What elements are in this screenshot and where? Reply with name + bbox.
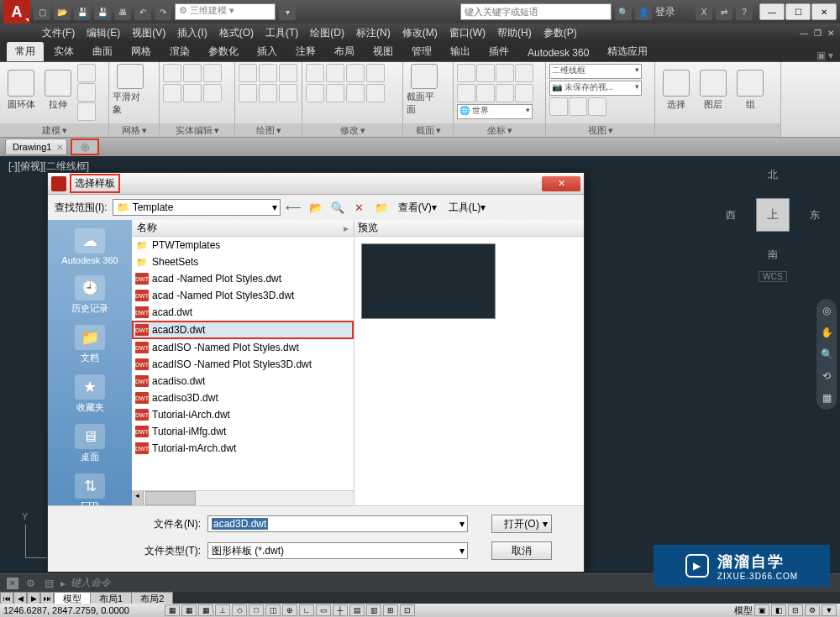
group-button[interactable]: 组 <box>732 64 768 116</box>
modify-tool-icon[interactable] <box>326 64 344 82</box>
status-tray-icon[interactable]: ▼ <box>822 604 837 616</box>
column-header-name[interactable]: 名称 <box>132 220 354 237</box>
draw-tool-icon[interactable] <box>239 64 257 82</box>
draw-tool-icon[interactable] <box>259 84 277 102</box>
modify-tool-icon[interactable] <box>306 64 324 82</box>
status-toggle-icon[interactable]: ⊡ <box>400 604 415 616</box>
mdi-restore-icon[interactable]: ❐ <box>811 27 823 39</box>
viewcube-south[interactable]: 南 <box>768 248 778 262</box>
open-icon[interactable]: 📂 <box>54 3 71 20</box>
search-icon[interactable]: 🔍 <box>615 3 632 20</box>
ucs-tool-icon[interactable] <box>476 84 495 102</box>
view-tool-icon[interactable] <box>588 97 606 116</box>
file-row[interactable]: DWTTutorial-mArch.dwt <box>132 440 354 457</box>
ucs-tool-icon[interactable] <box>496 64 514 82</box>
cmdline-close-icon[interactable]: ✕ <box>7 578 18 589</box>
tools-dropdown[interactable]: 工具(L) ▾ <box>445 201 490 215</box>
modeling-tool-icon[interactable] <box>77 102 96 121</box>
coordinates-display[interactable]: 1246.6287, 2847.2759, 0.0000 <box>3 605 163 615</box>
draw-tool-icon[interactable] <box>239 84 257 102</box>
ribbon-tab-parametric[interactable]: 参数化 <box>200 42 247 61</box>
places-item[interactable]: 🖥桌面 <box>48 421 132 470</box>
modify-tool-icon[interactable] <box>326 84 344 102</box>
status-toggle-icon[interactable]: ⊞ <box>383 604 398 616</box>
saveas-icon[interactable]: 💾 <box>94 3 111 20</box>
filetype-dropdown[interactable]: 图形样板 (*.dwt) <box>207 542 468 559</box>
viewcube-west[interactable]: 西 <box>726 208 736 222</box>
cancel-button[interactable]: 取消 <box>491 541 552 560</box>
savedview-dropdown[interactable]: 📷 未保存的视... <box>549 81 642 96</box>
status-toggle-icon[interactable]: ◫ <box>265 604 281 616</box>
document-tab[interactable]: Drawing1✕ <box>5 139 67 155</box>
login-icon[interactable]: 👤 <box>635 3 652 20</box>
status-toggle-icon[interactable]: ⊕ <box>282 604 297 616</box>
modeling-tool-icon[interactable] <box>77 64 96 82</box>
torus-button[interactable]: 圆环体 <box>3 64 39 116</box>
newfolder-icon[interactable]: 📁 <box>373 199 390 216</box>
horizontal-scrollbar[interactable]: ◂ <box>132 490 354 505</box>
ribbon-tab-mesh[interactable]: 网格 <box>123 42 160 61</box>
ucs-tool-icon[interactable] <box>496 84 514 102</box>
plot-icon[interactable]: 🖶 <box>114 3 131 20</box>
orbit-icon[interactable]: ⟲ <box>820 369 833 383</box>
layers-button[interactable]: 图层 <box>696 64 731 116</box>
dialog-close-button[interactable]: ✕ <box>542 176 580 191</box>
status-toggle-icon[interactable]: ▭ <box>316 604 331 616</box>
file-row[interactable]: 📁PTWTemplates <box>132 237 354 254</box>
draw-tool-icon[interactable] <box>279 64 297 82</box>
app-logo[interactable]: A <box>3 0 30 24</box>
status-tray-icon[interactable]: ▣ <box>754 604 769 616</box>
ucs-world-dropdown[interactable]: 🌐 世界 <box>457 104 533 119</box>
ribbon-tab-insert[interactable]: 插入 <box>249 42 286 61</box>
file-row[interactable]: DWTacadiso3D.dwt <box>132 390 354 406</box>
status-toggle-icon[interactable]: ┼ <box>333 604 348 616</box>
minimize-button[interactable]: — <box>759 3 785 20</box>
back-icon[interactable]: ⟵ <box>286 199 302 216</box>
modify-tool-icon[interactable] <box>346 64 365 82</box>
close-button[interactable]: ✕ <box>811 3 837 20</box>
solidedit-tool-icon[interactable] <box>203 84 222 102</box>
visualstyle-dropdown[interactable]: 二维线框 <box>549 64 642 79</box>
menu-window[interactable]: 窗口(W) <box>449 26 486 40</box>
menu-edit[interactable]: 编辑(E) <box>87 26 120 40</box>
login-label[interactable]: 登录 <box>655 5 675 19</box>
ribbon-tab-annotate[interactable]: 注释 <box>287 42 324 61</box>
ucs-tool-icon[interactable] <box>457 64 475 82</box>
status-toggle-icon[interactable]: ▥ <box>366 604 381 616</box>
lookin-dropdown[interactable]: 📁Template <box>113 199 281 216</box>
help-icon[interactable]: ? <box>736 3 753 20</box>
model-space-label[interactable]: 模型 <box>734 604 753 617</box>
file-row[interactable]: DWTTutorial-iArch.dwt <box>132 406 354 423</box>
places-item[interactable]: ☁Autodesk 360 <box>48 225 132 272</box>
save-icon[interactable]: 💾 <box>74 3 91 20</box>
menu-draw[interactable]: 绘图(D) <box>310 26 344 40</box>
select-button[interactable]: 选择 <box>659 64 694 116</box>
views-dropdown[interactable]: 查看(V) ▾ <box>395 201 440 215</box>
showmotion-icon[interactable]: ▦ <box>820 391 833 405</box>
places-item[interactable]: ★收藏夹 <box>48 371 132 421</box>
menu-modify[interactable]: 修改(M) <box>402 26 438 40</box>
file-row[interactable]: 📁SheetSets <box>132 254 354 270</box>
ribbon-tab-output[interactable]: 输出 <box>442 42 479 61</box>
viewcube-top[interactable]: 上 <box>756 198 790 232</box>
file-row[interactable]: DWTTutorial-iMfg.dwt <box>132 423 354 440</box>
file-row[interactable]: DWTacad -Named Plot Styles.dwt <box>132 270 354 287</box>
new-document-tab[interactable]: ◎ <box>71 139 99 155</box>
cmdline-recent-icon[interactable]: ▤ <box>42 577 55 590</box>
status-toggle-icon[interactable]: ▦ <box>165 604 180 616</box>
ribbon-collapse-icon[interactable]: ▣ ▾ <box>816 50 833 61</box>
search-web-icon[interactable]: 🔍 <box>329 199 346 216</box>
ribbon-tab-solid[interactable]: 实体 <box>45 42 82 61</box>
draw-tool-icon[interactable] <box>259 64 277 82</box>
ribbon-tab-a360[interactable]: Autodesk 360 <box>519 44 597 61</box>
solidedit-tool-icon[interactable] <box>203 64 222 82</box>
places-item[interactable]: ⇅FTP <box>48 470 132 505</box>
view-cube[interactable]: 北 南 西 东 上 WCS <box>731 173 815 257</box>
file-row[interactable]: DWTacadISO -Named Plot Styles.dwt <box>132 339 354 356</box>
menu-view[interactable]: 视图(V) <box>132 26 165 40</box>
modify-tool-icon[interactable] <box>346 84 365 102</box>
solidedit-tool-icon[interactable] <box>183 84 202 102</box>
menu-dimension[interactable]: 标注(N) <box>356 26 391 40</box>
file-row[interactable]: DWTacadISO -Named Plot Styles3D.dwt <box>132 356 354 373</box>
command-input[interactable]: 键入命令 <box>71 576 111 590</box>
